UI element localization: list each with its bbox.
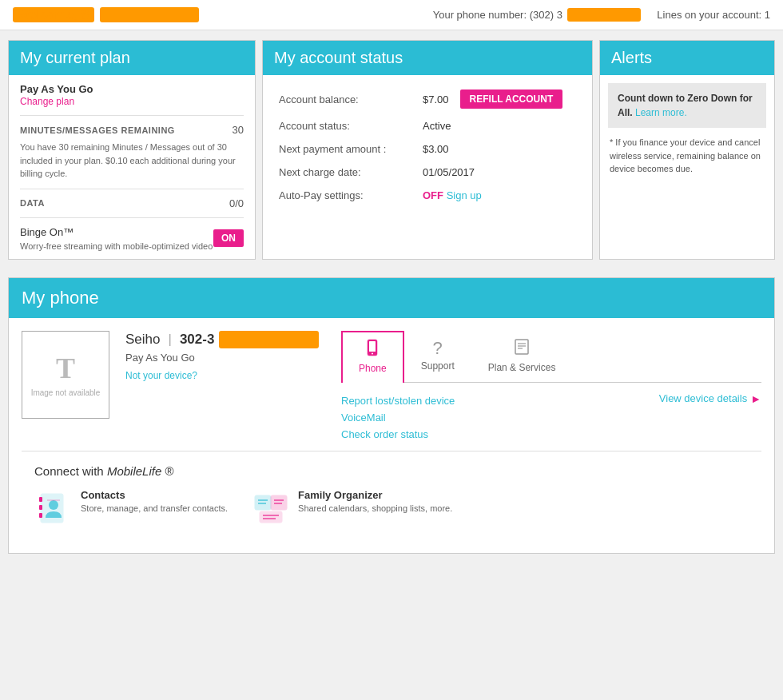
svg-rect-3 (515, 340, 528, 354)
account-status-label: Account status: (279, 120, 423, 132)
phone-plan-type: Pay As You Go (125, 352, 325, 364)
phone-name-row: Seiho | 302-3 █████ (125, 331, 325, 348)
svg-rect-14 (271, 495, 287, 510)
mobile-life-title: Connect with MobileLife ® (34, 464, 749, 478)
family-organizer-icon (252, 489, 290, 527)
learn-more-link[interactable]: Learn more. (635, 107, 687, 118)
phone-number-prefix: 302-3 (180, 332, 214, 348)
tab-plan-services-label: Plan & Services (488, 362, 556, 373)
data-label: DATA (20, 198, 45, 208)
svg-rect-1 (369, 341, 376, 352)
next-charge-value: 01/05/2017 (423, 166, 475, 178)
voicemail-link[interactable]: VoiceMail (341, 409, 659, 426)
welcome-name-redacted: ██████ (100, 7, 199, 22)
autopay-label: Auto-Pay settings: (279, 189, 423, 201)
plan-name: Pay As You Go (20, 83, 244, 95)
contacts-icon (34, 489, 73, 527)
data-row: DATA 0/0 (20, 197, 244, 209)
plan-services-tab-icon (513, 338, 531, 360)
autopay-signup-link[interactable]: Sign up (447, 189, 482, 201)
account-status-row: Account status: Active (279, 120, 576, 132)
svg-rect-10 (39, 513, 42, 518)
panel-current-plan: My current plan Pay As You Go Change pla… (8, 40, 256, 260)
tab-plan-services[interactable]: Plan & Services (471, 331, 573, 382)
contacts-desc: Store, manage, and transfer contacts. (81, 503, 228, 515)
svg-rect-19 (260, 511, 282, 523)
header-right: Your phone number: (302) 3 ████ Lines on… (433, 9, 770, 21)
phone-links-right: View device details ► (659, 392, 761, 405)
plan-body: Pay As You Go Change plan MINUTES/MESSAG… (9, 75, 255, 259)
tab-phone-label: Phone (359, 363, 387, 374)
tab-support[interactable]: ? Support (404, 331, 471, 382)
change-plan-link[interactable]: Change plan (20, 96, 74, 107)
lines-on-account: Lines on your account: 1 (657, 9, 770, 21)
minutes-row: MINUTES/MESSAGES REMAINING 30 (20, 124, 244, 136)
binge-on-button[interactable]: ON (213, 229, 244, 247)
phone-info: Seiho | 302-3 █████ Pay As You Go Not yo… (125, 331, 325, 381)
svg-rect-13 (255, 495, 271, 510)
minutes-value: 30 (233, 124, 244, 136)
phone-section-header: My phone (9, 278, 774, 318)
next-payment-row: Next payment amount : $3.00 (279, 143, 576, 155)
svg-point-2 (372, 352, 373, 354)
plan-header: My current plan (9, 41, 255, 75)
family-organizer-desc: Shared calendars, shopping lists, more. (298, 503, 452, 515)
report-lost-link[interactable]: Report lost/stolen device (341, 392, 659, 409)
alerts-title: Alerts (611, 49, 652, 66)
phone-tab-icon (364, 339, 381, 361)
phone-links-area: Report lost/stolen device VoiceMail Chec… (341, 383, 761, 443)
svg-rect-9 (39, 505, 42, 510)
phone-section-title: My phone (22, 288, 99, 308)
mobile-life-prefix: Connect with (34, 464, 107, 478)
view-device-details-link[interactable]: View device details ► (659, 392, 761, 405)
device-image-box: T Image not available (22, 331, 109, 419)
tab-support-label: Support (421, 360, 455, 372)
family-organizer-title: Family Organizer (298, 489, 452, 501)
mobile-life-brand: MobileLife (107, 464, 161, 478)
panel-alerts: Alerts Count down to Zero Down for All. … (599, 40, 775, 260)
plan-title: My current plan (20, 49, 130, 66)
phone-redacted: ████ (567, 8, 642, 22)
next-charge-label: Next charge date: (279, 166, 423, 178)
alerts-header: Alerts (600, 41, 774, 75)
phone-tabs: Phone ? Support (341, 331, 761, 383)
svg-rect-8 (39, 497, 42, 502)
data-value: 0/0 (229, 197, 244, 209)
mobile-life-suffix: ® (161, 464, 173, 478)
not-my-device-link[interactable]: Not your device? (125, 370, 325, 381)
next-charge-row: Next charge date: 01/05/2017 (279, 166, 576, 178)
binge-label: Binge On™ (20, 226, 213, 238)
t-mobile-logo: T (56, 352, 75, 385)
mobile-life-family-organizer: Family Organizer Shared calendars, shopp… (252, 489, 452, 527)
balance-label: Account balance: (279, 93, 423, 105)
phone-links-left: Report lost/stolen device VoiceMail Chec… (341, 392, 659, 443)
welcome-prefix: Welcome, S (13, 7, 94, 22)
panel-account-status: My account status Account balance: $7.00… (262, 40, 593, 260)
mobile-life-items: Contacts Store, manage, and transfer con… (34, 489, 749, 527)
contacts-text: Contacts Store, manage, and transfer con… (81, 489, 228, 515)
mobile-life-section: Connect with MobileLife ® (22, 451, 761, 540)
status-title: My account status (274, 49, 403, 66)
alert-note: * If you finance your device and cancel … (600, 136, 774, 184)
alert-inner: Count down to Zero Down for All. Learn m… (608, 83, 766, 128)
view-details-arrow: ► (750, 392, 761, 405)
contacts-title: Contacts (81, 489, 228, 501)
next-payment-label: Next payment amount : (279, 143, 423, 155)
refill-button[interactable]: REFILL ACCOUNT (460, 89, 563, 109)
tab-phone[interactable]: Phone (341, 331, 404, 383)
name-separator: | (168, 332, 171, 348)
phone-body: T Image not available Seiho | 302-3 ████… (9, 318, 774, 553)
phone-tabs-area: Phone ? Support (341, 331, 761, 443)
status-header: My account status (263, 41, 592, 75)
binge-row: Binge On™ Worry-free streaming with mobi… (20, 217, 244, 251)
top-section: My current plan Pay As You Go Change pla… (0, 30, 783, 269)
support-tab-icon: ? (433, 338, 443, 359)
device-name: Seiho (125, 332, 160, 348)
check-order-link[interactable]: Check order status (341, 426, 659, 443)
binge-desc: Worry-free streaming with mobile-optimiz… (20, 241, 213, 251)
balance-value: $7.00 (423, 93, 449, 105)
phone-number-redacted: █████ (219, 331, 318, 348)
phone-content: T Image not available Seiho | 302-3 ████… (22, 331, 761, 443)
image-not-available: Image not available (31, 388, 101, 397)
svg-point-11 (49, 500, 58, 510)
